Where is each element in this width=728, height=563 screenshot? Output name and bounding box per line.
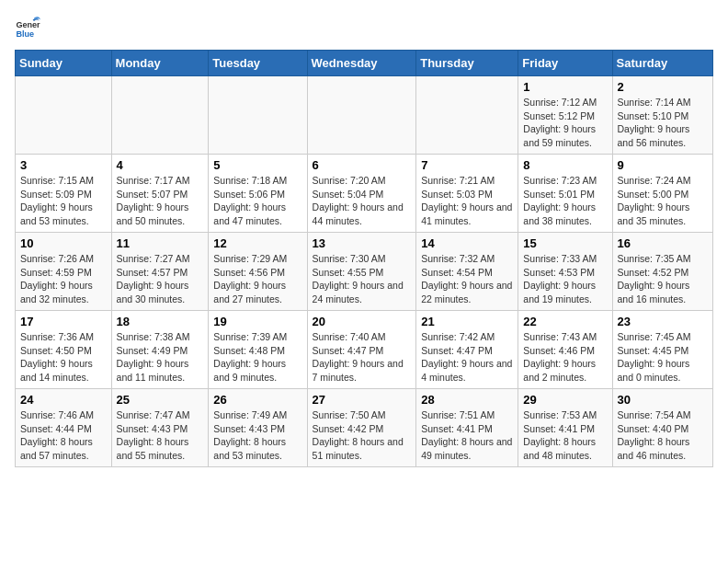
calendar-cell: 16Sunrise: 7:35 AM Sunset: 4:52 PM Dayli… — [612, 233, 712, 311]
day-info: Sunrise: 7:15 AM Sunset: 5:09 PM Dayligh… — [20, 174, 107, 228]
calendar-cell: 28Sunrise: 7:51 AM Sunset: 4:41 PM Dayli… — [416, 389, 518, 467]
calendar-cell — [16, 76, 112, 155]
calendar-cell: 27Sunrise: 7:50 AM Sunset: 4:42 PM Dayli… — [307, 389, 416, 467]
calendar-cell — [307, 76, 416, 155]
day-number: 14 — [421, 236, 513, 250]
header-day-wednesday: Wednesday — [307, 51, 416, 76]
calendar-cell: 15Sunrise: 7:33 AM Sunset: 4:53 PM Dayli… — [518, 233, 612, 311]
day-number: 5 — [213, 158, 301, 172]
logo: General Blue — [15, 15, 44, 40]
header-row: SundayMondayTuesdayWednesdayThursdayFrid… — [16, 51, 713, 76]
calendar-header: SundayMondayTuesdayWednesdayThursdayFrid… — [16, 51, 713, 76]
day-number: 17 — [20, 315, 107, 328]
svg-text:General: General — [16, 20, 40, 29]
day-number: 29 — [523, 393, 607, 407]
calendar-cell: 26Sunrise: 7:49 AM Sunset: 4:43 PM Dayli… — [209, 389, 307, 467]
day-info: Sunrise: 7:35 AM Sunset: 4:52 PM Dayligh… — [618, 252, 708, 306]
day-info: Sunrise: 7:53 AM Sunset: 4:41 PM Dayligh… — [523, 408, 607, 463]
day-number: 2 — [618, 80, 708, 94]
calendar-week-1: 3Sunrise: 7:15 AM Sunset: 5:09 PM Daylig… — [16, 155, 713, 233]
calendar-cell: 21Sunrise: 7:42 AM Sunset: 4:47 PM Dayli… — [416, 311, 518, 389]
calendar-cell: 5Sunrise: 7:18 AM Sunset: 5:06 PM Daylig… — [209, 155, 307, 233]
day-info: Sunrise: 7:54 AM Sunset: 4:40 PM Dayligh… — [618, 408, 708, 463]
calendar-cell: 30Sunrise: 7:54 AM Sunset: 4:40 PM Dayli… — [612, 389, 712, 467]
day-info: Sunrise: 7:23 AM Sunset: 5:01 PM Dayligh… — [523, 174, 607, 228]
calendar-cell: 4Sunrise: 7:17 AM Sunset: 5:07 PM Daylig… — [111, 155, 209, 233]
calendar-cell: 2Sunrise: 7:14 AM Sunset: 5:10 PM Daylig… — [612, 76, 712, 155]
day-number: 27 — [313, 393, 412, 407]
day-number: 19 — [213, 315, 301, 328]
calendar-cell: 24Sunrise: 7:46 AM Sunset: 4:44 PM Dayli… — [16, 389, 112, 467]
calendar-week-4: 24Sunrise: 7:46 AM Sunset: 4:44 PM Dayli… — [16, 389, 713, 467]
day-info: Sunrise: 7:51 AM Sunset: 4:41 PM Dayligh… — [421, 408, 513, 463]
day-info: Sunrise: 7:40 AM Sunset: 4:47 PM Dayligh… — [313, 330, 412, 385]
calendar-cell — [209, 76, 307, 155]
day-info: Sunrise: 7:14 AM Sunset: 5:10 PM Dayligh… — [618, 96, 708, 150]
calendar-week-3: 17Sunrise: 7:36 AM Sunset: 4:50 PM Dayli… — [16, 311, 713, 389]
day-number: 21 — [421, 315, 513, 328]
day-number: 23 — [618, 315, 708, 328]
day-number: 25 — [117, 393, 204, 407]
header: General Blue — [15, 15, 713, 40]
day-number: 24 — [20, 393, 107, 407]
header-day-monday: Monday — [111, 51, 209, 76]
calendar-cell: 12Sunrise: 7:29 AM Sunset: 4:56 PM Dayli… — [209, 233, 307, 311]
header-day-sunday: Sunday — [16, 51, 112, 76]
header-day-thursday: Thursday — [416, 51, 518, 76]
day-number: 9 — [618, 158, 708, 172]
day-number: 22 — [523, 315, 607, 328]
calendar-table: SundayMondayTuesdayWednesdayThursdayFrid… — [15, 50, 713, 467]
day-number: 7 — [421, 158, 513, 172]
calendar-cell — [111, 76, 209, 155]
header-day-friday: Friday — [518, 51, 612, 76]
day-info: Sunrise: 7:21 AM Sunset: 5:03 PM Dayligh… — [421, 174, 513, 228]
calendar-cell: 17Sunrise: 7:36 AM Sunset: 4:50 PM Dayli… — [16, 311, 112, 389]
day-number: 3 — [20, 158, 107, 172]
calendar-cell: 20Sunrise: 7:40 AM Sunset: 4:47 PM Dayli… — [307, 311, 416, 389]
day-number: 16 — [618, 236, 708, 250]
day-info: Sunrise: 7:46 AM Sunset: 4:44 PM Dayligh… — [20, 408, 107, 463]
day-info: Sunrise: 7:49 AM Sunset: 4:43 PM Dayligh… — [213, 408, 301, 463]
day-info: Sunrise: 7:33 AM Sunset: 4:53 PM Dayligh… — [523, 252, 607, 306]
calendar-week-0: 1Sunrise: 7:12 AM Sunset: 5:12 PM Daylig… — [16, 76, 713, 155]
day-number: 1 — [523, 80, 607, 94]
day-number: 20 — [313, 315, 412, 328]
calendar-cell: 29Sunrise: 7:53 AM Sunset: 4:41 PM Dayli… — [518, 389, 612, 467]
day-number: 12 — [213, 236, 301, 250]
calendar-cell: 6Sunrise: 7:20 AM Sunset: 5:04 PM Daylig… — [307, 155, 416, 233]
day-info: Sunrise: 7:20 AM Sunset: 5:04 PM Dayligh… — [313, 174, 412, 228]
day-number: 4 — [117, 158, 204, 172]
calendar-cell: 18Sunrise: 7:38 AM Sunset: 4:49 PM Dayli… — [111, 311, 209, 389]
calendar-cell: 14Sunrise: 7:32 AM Sunset: 4:54 PM Dayli… — [416, 233, 518, 311]
day-info: Sunrise: 7:38 AM Sunset: 4:49 PM Dayligh… — [117, 330, 204, 385]
day-info: Sunrise: 7:18 AM Sunset: 5:06 PM Dayligh… — [213, 174, 301, 228]
day-number: 13 — [313, 236, 412, 250]
day-number: 15 — [523, 236, 607, 250]
calendar-cell: 3Sunrise: 7:15 AM Sunset: 5:09 PM Daylig… — [16, 155, 112, 233]
day-info: Sunrise: 7:42 AM Sunset: 4:47 PM Dayligh… — [421, 330, 513, 385]
day-info: Sunrise: 7:17 AM Sunset: 5:07 PM Dayligh… — [117, 174, 204, 228]
calendar-cell: 8Sunrise: 7:23 AM Sunset: 5:01 PM Daylig… — [518, 155, 612, 233]
day-number: 18 — [117, 315, 204, 328]
day-number: 30 — [618, 393, 708, 407]
calendar-cell: 22Sunrise: 7:43 AM Sunset: 4:46 PM Dayli… — [518, 311, 612, 389]
day-info: Sunrise: 7:12 AM Sunset: 5:12 PM Dayligh… — [523, 96, 607, 150]
calendar-cell: 9Sunrise: 7:24 AM Sunset: 5:00 PM Daylig… — [612, 155, 712, 233]
day-info: Sunrise: 7:39 AM Sunset: 4:48 PM Dayligh… — [213, 330, 301, 385]
calendar-cell — [416, 76, 518, 155]
logo-icon: General Blue — [15, 15, 40, 40]
header-day-saturday: Saturday — [612, 51, 712, 76]
day-info: Sunrise: 7:45 AM Sunset: 4:45 PM Dayligh… — [618, 330, 708, 385]
calendar-cell: 11Sunrise: 7:27 AM Sunset: 4:57 PM Dayli… — [111, 233, 209, 311]
day-info: Sunrise: 7:47 AM Sunset: 4:43 PM Dayligh… — [117, 408, 204, 463]
calendar-cell: 10Sunrise: 7:26 AM Sunset: 4:59 PM Dayli… — [16, 233, 112, 311]
calendar-cell: 7Sunrise: 7:21 AM Sunset: 5:03 PM Daylig… — [416, 155, 518, 233]
day-number: 8 — [523, 158, 607, 172]
day-info: Sunrise: 7:32 AM Sunset: 4:54 PM Dayligh… — [421, 252, 513, 306]
day-info: Sunrise: 7:27 AM Sunset: 4:57 PM Dayligh… — [117, 252, 204, 306]
day-info: Sunrise: 7:36 AM Sunset: 4:50 PM Dayligh… — [20, 330, 107, 385]
day-number: 10 — [20, 236, 107, 250]
day-number: 11 — [117, 236, 204, 250]
calendar-cell: 25Sunrise: 7:47 AM Sunset: 4:43 PM Dayli… — [111, 389, 209, 467]
calendar-week-2: 10Sunrise: 7:26 AM Sunset: 4:59 PM Dayli… — [16, 233, 713, 311]
